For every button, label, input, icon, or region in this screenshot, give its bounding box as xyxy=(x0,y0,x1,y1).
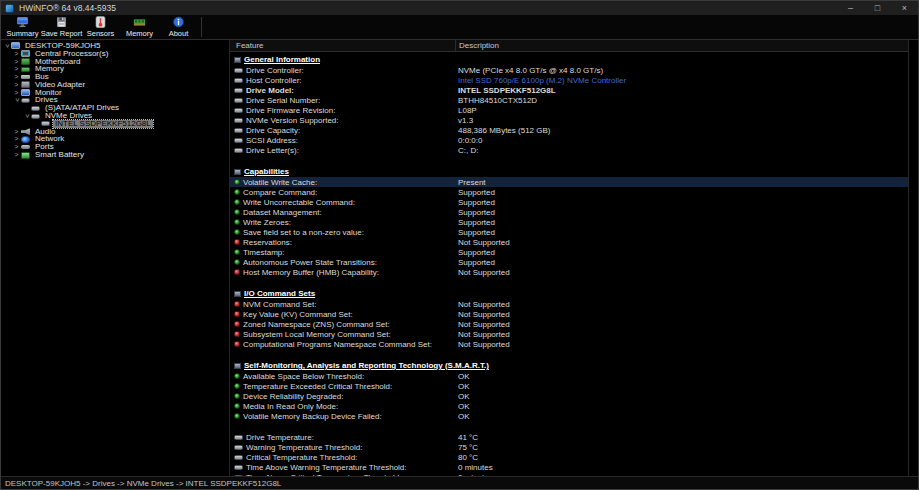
feature-row-device-reliability-degraded[interactable]: Device Reliability Degraded:OK xyxy=(230,391,908,401)
feature-value: C:, D: xyxy=(455,146,908,155)
save-report-icon xyxy=(55,16,68,28)
feature-cell: Available Space Below Threshold: xyxy=(230,372,455,381)
feature-value: Not Supported xyxy=(455,330,908,339)
feature-row-reservations[interactable]: Reservations:Not Supported xyxy=(230,237,908,247)
drive-icon xyxy=(234,108,243,113)
chevron-down-icon[interactable]: > xyxy=(3,41,11,50)
tree-item-s-ata-atapi-drives[interactable]: (S)ATA/ATAPI Drives xyxy=(1,104,229,112)
feature-cell: Zoned Namespace (ZNS) Command Set: xyxy=(230,320,455,329)
drive-icon xyxy=(41,121,50,126)
feature-cell: Autonomous Power State Transitions: xyxy=(230,258,455,267)
feature-value: Not Supported xyxy=(455,268,908,277)
chevron-right-icon[interactable]: > xyxy=(12,58,21,66)
feature-row-drive-capacity[interactable]: Drive Capacity:488,386 MBytes (512 GB) xyxy=(230,125,908,135)
summary-button[interactable]: Summary xyxy=(3,15,42,39)
section-header-self-monitoring-analysis-and-reporting-technology-s-m-a-r-t: Self-Monitoring, Analysis and Reporting … xyxy=(230,360,908,371)
feature-cell: Drive Controller: xyxy=(230,66,455,75)
save-report-button[interactable]: Save Report xyxy=(42,15,81,39)
feature-row-computational-programs-namespace-command-set[interactable]: Computational Programs Namespace Command… xyxy=(230,339,908,349)
feature-row-drive-model[interactable]: Drive Model:INTEL SSDPEKKF512G8L xyxy=(230,85,908,95)
feature-name: Temperature Exceeded Critical Threshold: xyxy=(243,382,392,391)
memory-ram-icon xyxy=(133,16,146,28)
feature-row-drive-controller[interactable]: Drive Controller:NVMe (PCIe x4 8.0 GT/s … xyxy=(230,65,908,75)
feature-row-critical-temperature-threshold[interactable]: Critical Temperature Threshold:80 °C xyxy=(230,452,908,462)
chevron-right-icon[interactable]: > xyxy=(12,65,21,73)
feature-row-media-in-read-only-mode[interactable]: Media In Read Only Mode:OK xyxy=(230,401,908,411)
memory-icon xyxy=(21,67,30,72)
computer-icon xyxy=(11,42,20,49)
drives-icon xyxy=(21,98,30,103)
green-led-icon xyxy=(234,219,240,225)
audio-icon xyxy=(21,128,30,135)
feature-value: Supported xyxy=(455,198,908,207)
feature-row-save-field-set-to-a-non-zero-value[interactable]: Save field set to a non-zero value:Suppo… xyxy=(230,227,908,237)
feature-row-dataset-management[interactable]: Dataset Management:Supported xyxy=(230,207,908,217)
green-led-icon xyxy=(234,229,240,235)
sensors-button[interactable]: Sensors xyxy=(81,15,120,39)
drive-icon xyxy=(234,118,243,123)
feature-row-available-space-below-threshold[interactable]: Available Space Below Threshold:OK xyxy=(230,371,908,381)
feature-name: Drive Letter(s): xyxy=(246,146,299,155)
feature-value: Intel SSD 760p/E 6100p (M.2) NVMe Contro… xyxy=(455,76,908,85)
chevron-right-icon[interactable]: > xyxy=(12,50,21,58)
memory-button[interactable]: Memory xyxy=(120,15,159,39)
feature-row-warning-temperature-threshold[interactable]: Warning Temperature Threshold:75 °C xyxy=(230,442,908,452)
feature-cell: Drive Firmware Revision: xyxy=(230,106,455,115)
feature-row-compare-command[interactable]: Compare Command:Supported xyxy=(230,187,908,197)
green-led-icon xyxy=(234,383,240,389)
feature-row-write-uncorrectable-command[interactable]: Write Uncorrectable Command:Supported xyxy=(230,197,908,207)
feature-name: Subsystem Local Memory Command Set: xyxy=(243,330,391,339)
chevron-right-icon[interactable]: > xyxy=(12,135,21,143)
summary-monitor-icon xyxy=(16,16,29,28)
feature-row-host-controller[interactable]: Host Controller:Intel SSD 760p/E 6100p (… xyxy=(230,75,908,85)
feature-row-time-above-warning-temperature-threshold[interactable]: Time Above Warning Temperature Threshold… xyxy=(230,462,908,472)
toolbar: Summary Save Report Sensors Memory About xyxy=(1,15,918,40)
minimize-button[interactable]: – xyxy=(837,1,864,15)
feature-row-zoned-namespace-zns-command-set[interactable]: Zoned Namespace (ZNS) Command Set:Not Su… xyxy=(230,319,908,329)
feature-row-autonomous-power-state-transitions[interactable]: Autonomous Power State Transitions:Suppo… xyxy=(230,257,908,267)
feature-row-subsystem-local-memory-command-set[interactable]: Subsystem Local Memory Command Set:Not S… xyxy=(230,329,908,339)
feature-cell: Drive Model: xyxy=(230,86,455,95)
feature-row-drive-serial-number[interactable]: Drive Serial Number:BTHH84510CTX512D xyxy=(230,95,908,105)
feature-row-scsi-address[interactable]: SCSI Address:0:0:0:0 xyxy=(230,135,908,145)
feature-row-host-memory-buffer-hmb-capability[interactable]: Host Memory Buffer (HMB) Capability:Not … xyxy=(230,267,908,277)
feature-cell: Temperature Exceeded Critical Threshold: xyxy=(230,382,455,391)
feature-row-temperature-exceeded-critical-threshold[interactable]: Temperature Exceeded Critical Threshold:… xyxy=(230,381,908,391)
tree-item-smart-battery[interactable]: >Smart Battery xyxy=(1,151,229,159)
feature-value: Supported xyxy=(455,258,908,267)
feature-row-drive-temperature[interactable]: Drive Temperature:41 °C xyxy=(230,432,908,442)
feature-name: Autonomous Power State Transitions: xyxy=(243,258,377,267)
chevron-right-icon[interactable]: > xyxy=(12,151,21,159)
maximize-button[interactable]: □ xyxy=(864,1,891,15)
feature-cell: Critical Temperature Threshold: xyxy=(230,453,455,462)
feature-row-key-value-kv-command-set[interactable]: Key Value (KV) Command Set:Not Supported xyxy=(230,309,908,319)
red-led-icon xyxy=(234,341,240,347)
chevron-right-icon[interactable]: > xyxy=(12,143,21,151)
chevron-right-icon[interactable]: > xyxy=(12,128,21,136)
feature-row-nvme-version-supported[interactable]: NVMe Version Supported:v1.3 xyxy=(230,115,908,125)
chevron-down-icon[interactable]: > xyxy=(13,96,21,105)
feature-cell: Drive Temperature: xyxy=(230,433,455,442)
feature-value: OK xyxy=(455,412,908,421)
feature-value: Not Supported xyxy=(455,310,908,319)
feature-row-volatile-memory-backup-device-failed[interactable]: Volatile Memory Backup Device Failed:OK xyxy=(230,411,908,421)
column-header-feature[interactable]: Feature xyxy=(230,41,455,50)
feature-row-drive-firmware-revision[interactable]: Drive Firmware Revision:L08P xyxy=(230,105,908,115)
feature-row-write-zeroes[interactable]: Write Zeroes:Supported xyxy=(230,217,908,227)
feature-row-nvm-command-set[interactable]: NVM Command Set:Not Supported xyxy=(230,299,908,309)
close-button[interactable]: × xyxy=(891,1,918,15)
about-button[interactable]: About xyxy=(159,15,198,39)
chevron-down-icon[interactable]: > xyxy=(23,112,31,121)
feature-name: Zoned Namespace (ZNS) Command Set: xyxy=(243,320,390,329)
feature-value: 41 °C xyxy=(455,433,908,442)
feature-cell: Compare Command: xyxy=(230,188,455,197)
section-title: Capabilities xyxy=(244,167,289,176)
feature-row-timestamp[interactable]: Timestamp:Supported xyxy=(230,247,908,257)
chevron-right-icon[interactable]: > xyxy=(12,73,21,81)
feature-row-drive-letter-s[interactable]: Drive Letter(s):C:, D: xyxy=(230,145,908,155)
feature-row-volatile-write-cache[interactable]: Volatile Write Cache:Present xyxy=(230,177,908,187)
chevron-right-icon[interactable]: > xyxy=(12,81,21,89)
column-header-description[interactable]: Description xyxy=(455,40,908,51)
section-icon xyxy=(234,169,241,175)
feature-value: NVMe (PCIe x4 8.0 GT/s @ x4 8.0 GT/s) xyxy=(455,66,908,75)
